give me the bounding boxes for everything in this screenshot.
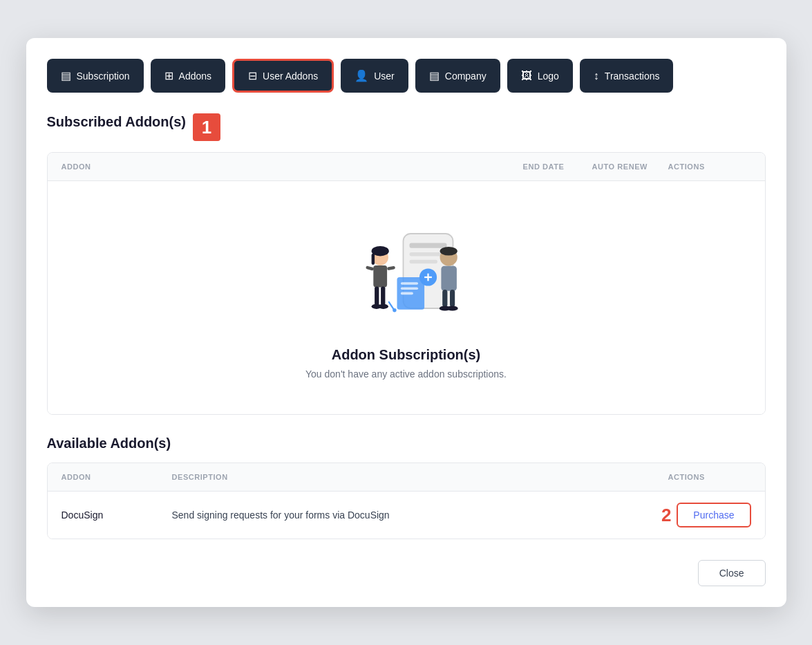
svg-rect-25 [450,290,455,307]
addons-icon: ⊞ [164,69,173,82]
close-button[interactable]: Close [698,560,766,586]
transactions-label: Transactions [605,71,660,82]
col-header: DESCRIPTION [172,473,668,481]
subscribed-table: ADDONEND DATEAUTO RENEWACTIONS [47,152,766,415]
svg-rect-19 [365,265,373,270]
col-header: ACTIONS [668,473,751,481]
modal-footer: Close [47,560,766,586]
tab-subscription[interactable]: ▤Subscription [47,59,144,93]
svg-rect-23 [441,266,457,291]
col-header: ADDON [62,162,523,171]
modal-container: ▤Subscription⊞Addons⊟User Addons👤User▤Co… [26,38,786,607]
table-row: DocuSign Send signing requests for your … [48,492,765,539]
step-2-badge: 2 [661,506,671,524]
svg-rect-9 [400,287,417,290]
subscribed-section-title: Subscribed Addon(s) [47,114,186,130]
step-1-badge: 1 [193,113,220,141]
user-addons-label: User Addons [263,71,318,82]
col-header: ADDON [62,473,172,481]
svg-rect-24 [442,290,447,307]
svg-rect-1 [409,243,446,248]
subscription-icon: ▤ [61,69,71,82]
addon-name: DocuSign [62,510,172,521]
subscribed-table-body: Addon Subscription(s) You don't have any… [48,181,765,414]
company-label: Company [445,71,487,82]
company-icon: ▤ [429,69,440,82]
logo-label: Logo [538,71,559,82]
available-section: Available Addon(s) ADDONDESCRIPTIONACTIO… [47,436,766,539]
svg-rect-3 [409,260,437,263]
svg-point-22 [440,247,457,256]
empty-state-title: Addon Subscription(s) [332,347,481,363]
empty-illustration [344,209,469,333]
svg-rect-14 [373,265,387,288]
tab-transactions[interactable]: ↕Transactions [580,59,674,93]
svg-point-18 [378,304,388,309]
subscribed-table-header: ADDONEND DATEAUTO RENEWACTIONS [48,153,765,181]
available-section-title: Available Addon(s) [47,436,766,451]
col-header: END DATE [523,162,592,171]
user-label: User [374,71,395,82]
addons-label: Addons [179,71,211,82]
svg-rect-16 [381,287,385,306]
tab-company[interactable]: ▤Company [415,59,500,93]
empty-state: Addon Subscription(s) You don't have any… [48,181,765,414]
tab-user[interactable]: 👤User [341,59,408,93]
svg-line-28 [388,302,393,310]
user-icon: 👤 [355,69,368,82]
tab-bar: ▤Subscription⊞Addons⊟User Addons👤User▤Co… [47,59,766,93]
tab-addons[interactable]: ⊞Addons [151,59,225,93]
available-table-header: ADDONDESCRIPTIONACTIONS [48,463,765,492]
svg-rect-8 [400,282,417,285]
subscribed-section: Subscribed Addon(s) 1 ADDONEND DATEAUTO … [47,113,766,415]
addon-actions: 2 Purchase [668,503,751,527]
subscription-label: Subscription [77,71,130,82]
col-header: ACTIONS [668,162,751,171]
svg-rect-15 [375,287,379,306]
svg-point-29 [393,308,396,312]
available-table-body: DocuSign Send signing requests for your … [48,492,765,539]
svg-rect-20 [386,266,395,270]
empty-state-desc: You don't have any active addon subscrip… [305,368,507,380]
tab-logo[interactable]: 🖼Logo [507,59,573,93]
available-table: ADDONDESCRIPTIONACTIONS DocuSign Send si… [47,462,766,539]
purchase-button[interactable]: Purchase [677,503,750,527]
addon-description: Send signing requests for your forms via… [172,510,668,521]
logo-icon: 🖼 [521,70,532,82]
transactions-icon: ↕ [594,70,599,82]
col-header: AUTO RENEW [592,162,668,171]
svg-rect-10 [400,292,413,295]
user-addons-icon: ⊟ [248,69,257,82]
svg-rect-13 [371,254,375,265]
svg-point-27 [446,306,457,310]
tab-user-addons[interactable]: ⊟User Addons [232,59,334,93]
